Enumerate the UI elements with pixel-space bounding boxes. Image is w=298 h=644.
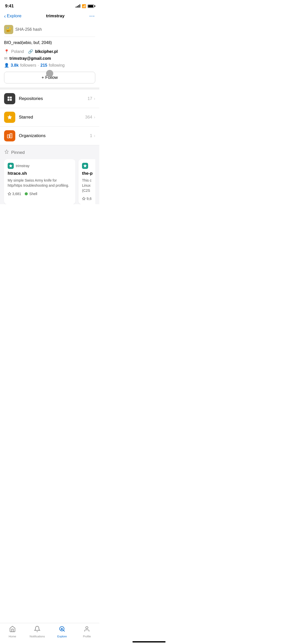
follow-button[interactable]: + Follow	[4, 72, 95, 83]
starred-icon	[4, 112, 15, 123]
card-description-1: My simple Swiss Army knife for http/http…	[8, 178, 72, 188]
email-text[interactable]: trimstray@gmail.com	[9, 56, 51, 61]
starred-chevron-icon: ›	[94, 115, 95, 120]
svg-rect-1	[10, 97, 12, 98]
person-icon: 👤	[4, 63, 9, 68]
lang-dot-1	[25, 192, 28, 195]
menu-section: Repositories 17 › Starred 364 › Orga	[0, 90, 99, 145]
card-owner-name-1: trimstray	[16, 164, 30, 168]
link-icon: 🔗	[28, 49, 33, 54]
back-label: Explore	[7, 13, 22, 19]
back-button[interactable]: ‹ Explore	[4, 13, 21, 19]
organizations-label: Organizations	[19, 133, 90, 138]
svg-marker-4	[7, 115, 12, 119]
profile-section: 🔐 SHA-256 hash BIO_read(wbio, buf, 2048)…	[0, 22, 99, 87]
organizations-count: 1	[90, 133, 92, 138]
svg-rect-0	[8, 97, 9, 98]
starred-count: 364	[85, 115, 92, 120]
email-icon: ✉	[4, 56, 7, 61]
status-icons: 📶	[76, 4, 94, 8]
svg-marker-13	[8, 192, 11, 195]
card-repo-name-1: htrace.sh	[8, 171, 72, 176]
card-stars-count-2: 9,6	[87, 197, 91, 201]
bio-text: BIO_read(wbio, buf, 2048)	[4, 40, 95, 46]
nav-header: ‹ Explore trimstray ⋯	[0, 11, 99, 22]
card-language-1: Shell	[25, 192, 37, 196]
sha-row: 🔐 SHA-256 hash	[4, 22, 95, 37]
status-time: 9:41	[5, 4, 14, 9]
svg-rect-2	[8, 99, 9, 101]
back-chevron-icon: ‹	[4, 13, 6, 19]
followers-row: 👤 3.8k followers · 215 following	[4, 63, 95, 68]
battery-icon	[88, 5, 94, 8]
wifi-icon: 📶	[82, 4, 86, 8]
organizations-chevron-icon: ›	[94, 133, 95, 138]
pinned-title: Pinned	[11, 150, 25, 155]
following-count[interactable]: 215	[40, 63, 47, 68]
card-owner-row-2	[82, 163, 95, 169]
svg-marker-14	[83, 164, 87, 168]
status-bar: 9:41 📶	[0, 0, 99, 11]
card-footer-1: 3,681 Shell	[8, 192, 72, 196]
card-stars-2: 9,6	[82, 197, 95, 201]
card-repo-name-2: the-p	[82, 171, 95, 176]
card-avatar-1	[8, 163, 14, 169]
more-button[interactable]: ⋯	[89, 13, 95, 19]
followers-label: followers	[20, 63, 36, 68]
svg-marker-12	[9, 164, 12, 168]
svg-rect-6	[10, 134, 12, 138]
following-label: following	[49, 63, 64, 68]
starred-label: Starred	[19, 115, 85, 120]
repositories-count: 17	[87, 96, 92, 101]
svg-rect-3	[10, 99, 12, 101]
starred-item[interactable]: Starred 364 ›	[0, 108, 99, 127]
lock-icon: 🔐	[4, 25, 13, 34]
svg-marker-15	[82, 197, 85, 200]
website-link[interactable]: blkcipher.pl	[35, 49, 58, 54]
organizations-icon	[4, 130, 15, 141]
repositories-chevron-icon: ›	[94, 96, 95, 101]
repositories-icon	[4, 93, 15, 104]
pinned-header: Pinned	[4, 149, 95, 156]
organizations-item[interactable]: Organizations 1 ›	[0, 127, 99, 145]
loading-indicator	[46, 70, 53, 77]
repositories-item[interactable]: Repositories 17 ›	[0, 90, 99, 108]
location-text: Poland	[11, 49, 24, 54]
card-avatar-2	[82, 163, 88, 169]
email-row: ✉ trimstray@gmail.com	[4, 56, 95, 61]
sha-label: SHA-256 hash	[15, 27, 42, 32]
pin-icon	[4, 149, 9, 156]
separator: ·	[38, 63, 39, 68]
pinned-card-2[interactable]: the-p This c Linux (C2S 9,6	[78, 159, 95, 204]
section-divider	[0, 87, 99, 90]
card-stars-count-1: 3,681	[12, 192, 21, 196]
repositories-label: Repositories	[19, 96, 87, 101]
page-title: trimstray	[46, 13, 65, 19]
location-row: 📍 Poland 🔗 blkcipher.pl	[4, 49, 95, 54]
pinned-card-1[interactable]: trimstray htrace.sh My simple Swiss Army…	[4, 159, 75, 204]
card-lang-label-1: Shell	[29, 192, 37, 196]
pinned-cards: trimstray htrace.sh My simple Swiss Army…	[4, 159, 95, 204]
location-icon: 📍	[4, 49, 9, 54]
signal-icon	[76, 5, 80, 8]
followers-count[interactable]: 3.8k	[11, 63, 19, 68]
card-stars-1: 3,681	[8, 192, 21, 196]
pinned-section: Pinned trimstray htrace.sh My simple Swi…	[0, 145, 99, 204]
card-description-2: This c Linux (C2S	[82, 178, 95, 193]
card-owner-row: trimstray	[8, 163, 72, 169]
